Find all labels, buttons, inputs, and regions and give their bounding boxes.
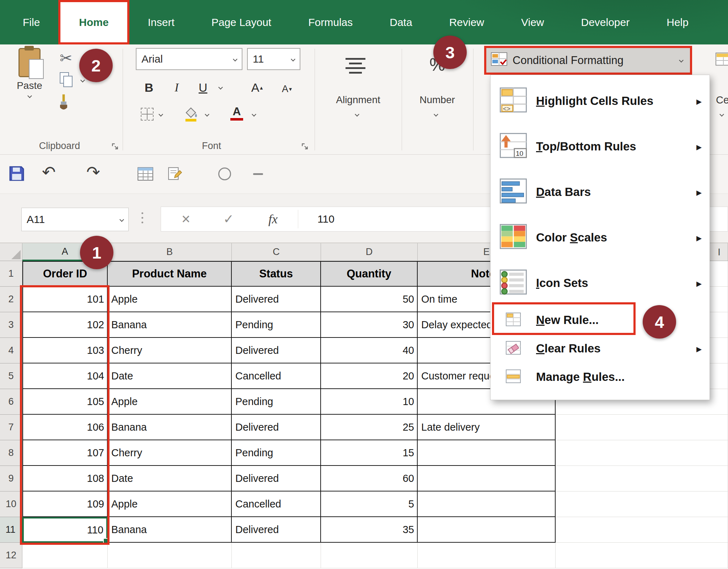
menu-item-color-scales[interactable]: Color Scales ▸ — [491, 215, 710, 260]
cell-B4[interactable]: Cherry — [108, 338, 232, 363]
copy-icon[interactable] — [60, 72, 74, 89]
tab-page-layout[interactable]: Page Layout — [193, 0, 290, 44]
row-header-8[interactable]: 8 — [0, 440, 22, 466]
cell-right-12[interactable] — [556, 543, 728, 568]
format-painter-icon[interactable] — [57, 94, 70, 113]
chevron-down-icon[interactable] — [80, 78, 85, 83]
cell-D2[interactable]: 50 — [321, 287, 418, 312]
row-header-3[interactable]: 3 — [0, 312, 22, 338]
chevron-down-icon[interactable] — [355, 112, 359, 117]
row-header-10[interactable]: 10 — [0, 491, 22, 517]
cell-B9[interactable]: Date — [108, 466, 232, 491]
cell-styles-icon[interactable] — [715, 52, 728, 70]
row-header-7[interactable]: 7 — [0, 415, 22, 440]
tab-help[interactable]: Help — [648, 0, 707, 44]
alignment-group-label[interactable]: Alignment — [315, 94, 402, 106]
row-header-4[interactable]: 4 — [0, 338, 22, 363]
bold-button[interactable]: B — [141, 79, 157, 96]
cell-B8[interactable]: Cherry — [108, 440, 232, 466]
cell-C10[interactable]: Cancelled — [232, 491, 321, 517]
menu-item-data-bars[interactable]: Data Bars ▸ — [491, 169, 710, 215]
row-header-12[interactable]: 12 — [0, 543, 22, 568]
cell-D9[interactable]: 60 — [321, 466, 418, 491]
cell-D11[interactable]: 35 — [321, 517, 418, 543]
cancel-icon[interactable]: × — [179, 207, 193, 231]
cell-E9[interactable] — [418, 466, 556, 491]
cell-A6[interactable]: 105 — [22, 389, 108, 415]
chevron-down-icon[interactable] — [719, 112, 724, 117]
underline-button[interactable]: U — [195, 79, 211, 96]
borders-button[interactable] — [141, 108, 154, 121]
table-icon[interactable] — [137, 167, 154, 182]
cell-C3[interactable]: Pending — [232, 312, 321, 338]
menu-item-highlight-cells-rules[interactable]: <> Highlight Cells Rules ▸ — [491, 78, 710, 124]
cell-right-10[interactable] — [556, 491, 728, 517]
number-group-label[interactable]: Number — [402, 94, 473, 106]
tab-file[interactable]: File — [4, 0, 58, 44]
menu-item-icon-sets[interactable]: Icon Sets ▸ — [491, 260, 710, 306]
select-all-corner[interactable] — [0, 243, 22, 261]
cell-D5[interactable]: 20 — [321, 363, 418, 389]
menu-item-top-bottom-rules[interactable]: 10 Top/Bottom Rules ▸ — [491, 124, 710, 169]
cell-B12[interactable] — [108, 543, 232, 568]
alignment-icon[interactable] — [346, 58, 365, 74]
cell-E8[interactable] — [418, 440, 556, 466]
cell-D3[interactable]: 30 — [321, 312, 418, 338]
cell-D10[interactable]: 5 — [321, 491, 418, 517]
cell-A5[interactable]: 104 — [22, 363, 108, 389]
row-header-5[interactable]: 5 — [0, 363, 22, 389]
cell-C9[interactable]: Delivered — [232, 466, 321, 491]
cell-styles-label-partial[interactable]: Ce — [716, 94, 728, 106]
chevron-down-icon[interactable] — [218, 85, 223, 90]
fill-color-button[interactable] — [183, 106, 199, 123]
cell-C6[interactable]: Pending — [232, 389, 321, 415]
cell-B10[interactable]: Apple — [108, 491, 232, 517]
cell-C4[interactable]: Delivered — [232, 338, 321, 363]
row-header-1[interactable]: 1 — [0, 261, 22, 287]
cell-right-7[interactable] — [556, 415, 728, 440]
cell-D6[interactable]: 10 — [321, 389, 418, 415]
row-header-9[interactable]: 9 — [0, 466, 22, 491]
tab-formulas[interactable]: Formulas — [290, 0, 371, 44]
customize-dash-icon[interactable] — [253, 173, 263, 175]
chevron-down-icon[interactable] — [205, 112, 209, 117]
clipboard-dialog-launcher[interactable] — [111, 142, 119, 151]
redo-icon[interactable]: ↷ — [86, 163, 100, 182]
cell-E10[interactable] — [418, 491, 556, 517]
cell-C2[interactable]: Delivered — [232, 287, 321, 312]
cell-A8[interactable]: 107 — [22, 440, 108, 466]
row-header-2[interactable]: 2 — [0, 287, 22, 312]
cell-right-9[interactable] — [556, 466, 728, 491]
cell-A4[interactable]: 103 — [22, 338, 108, 363]
cell-C7[interactable]: Delivered — [232, 415, 321, 440]
decrease-font-size-button[interactable]: A▾ — [279, 80, 295, 98]
font-size-combobox[interactable]: 11 — [247, 48, 300, 70]
cell-E12[interactable] — [418, 543, 556, 568]
column-header-c[interactable]: C — [232, 243, 321, 261]
tab-view[interactable]: View — [503, 0, 562, 44]
insert-function-button[interactable]: fx — [264, 207, 282, 231]
cell-B2[interactable]: Apple — [108, 287, 232, 312]
cell-A7[interactable]: 106 — [22, 415, 108, 440]
formula-bar-separator[interactable] — [141, 211, 143, 225]
column-header-b[interactable]: B — [108, 243, 232, 261]
cell-E11[interactable] — [418, 517, 556, 543]
save-icon[interactable] — [9, 165, 25, 183]
row-header-6[interactable]: 6 — [0, 389, 22, 415]
cell-B6[interactable]: Apple — [108, 389, 232, 415]
cell-B11[interactable]: Banana — [108, 517, 232, 543]
row-header-11[interactable]: 11 — [0, 517, 22, 543]
cell-C5[interactable]: Cancelled — [232, 363, 321, 389]
cell-C12[interactable] — [232, 543, 321, 568]
cell-C8[interactable]: Pending — [232, 440, 321, 466]
cell-right-11[interactable] — [556, 517, 728, 543]
cell-A2[interactable]: 101 — [22, 287, 108, 312]
edit-form-icon[interactable] — [167, 165, 183, 182]
cell-right-8[interactable] — [556, 440, 728, 466]
column-header-i[interactable]: I — [710, 243, 728, 261]
enter-check-icon[interactable]: ✓ — [221, 207, 236, 231]
chevron-down-icon[interactable] — [252, 112, 256, 117]
formula-input[interactable]: 110 — [317, 207, 334, 231]
menu-item-clear-rules[interactable]: Clear Rules ▸ — [491, 334, 710, 363]
font-dialog-launcher[interactable] — [301, 142, 309, 151]
